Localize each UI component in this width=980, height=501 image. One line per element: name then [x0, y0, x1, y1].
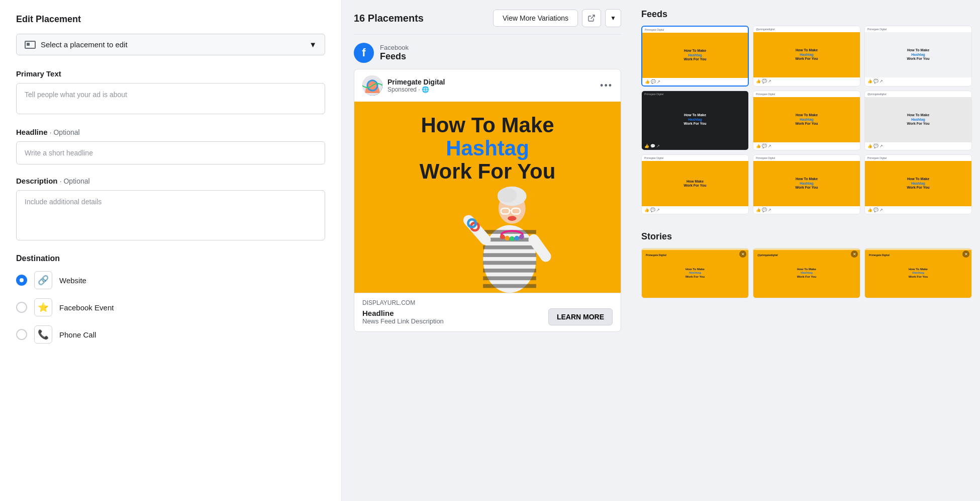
thumb-action-icon-5: 👍 💬 ↗ — [756, 144, 771, 148]
headline-optional: · Optional — [50, 128, 80, 136]
ad-card-footer: DISPLAYURL.COM Headline News Feed Link D… — [354, 293, 621, 331]
feed-thumb-6[interactable]: @primgatedigital How To MakeHashtagWork … — [864, 91, 972, 150]
story-progress-bar-2 — [753, 248, 860, 250]
platform-header: f Facebook Feeds — [354, 43, 621, 63]
story-close-icon-3[interactable]: ✕ — [962, 251, 969, 258]
svg-point-26 — [515, 236, 520, 241]
thumb-image-8: How To MakeHashtagWork For You — [753, 161, 860, 206]
left-panel: Edit Placement Select a placement to edi… — [0, 0, 342, 501]
headline-input[interactable] — [16, 141, 325, 164]
svg-rect-6 — [483, 245, 536, 249]
footer-row: Headline News Feed Link Description LEAR… — [362, 308, 613, 325]
view-more-button[interactable]: View More Variations — [493, 10, 578, 27]
svg-rect-10 — [483, 276, 536, 280]
profile-sub: Sponsored · 🌐 — [387, 86, 445, 93]
placement-icon — [25, 41, 36, 49]
feed-thumb-5[interactable]: Primegate Digital How To MakeHashtagWork… — [753, 91, 860, 150]
stories-section-title: Stories — [641, 222, 972, 248]
story-close-icon-2[interactable]: ✕ — [851, 251, 858, 258]
svg-rect-11 — [483, 284, 536, 288]
thumb-text-6: How To MakeHashtagWork For You — [905, 111, 931, 128]
feed-thumb-4[interactable]: Primegate Digital How To MakeHashtagWork… — [641, 91, 749, 150]
placement-select-text: Select a placement to edit — [41, 40, 128, 49]
website-icon: 🔗 — [34, 271, 52, 289]
footer-desc: News Feed Link Description — [362, 317, 444, 325]
export-button[interactable] — [582, 9, 601, 27]
thumb-text-9: How To MakeHashtagWork For You — [905, 175, 931, 192]
ad-figure — [454, 172, 565, 293]
primary-text-input[interactable] — [16, 83, 325, 114]
story-close-icon[interactable]: ✕ — [739, 251, 746, 258]
svg-point-24 — [505, 236, 510, 241]
facebook-event-icon: ⭐ — [34, 298, 52, 316]
platform-section: Feeds — [380, 51, 409, 62]
thumb-brand-8: Primegate Digital — [756, 156, 775, 159]
ad-card: Primegate Digital Sponsored · 🌐 ••• How … — [354, 69, 621, 332]
phone-call-radio[interactable] — [16, 329, 27, 340]
destination-phone-call[interactable]: 📞 Phone Call — [16, 325, 325, 344]
feed-thumb-9[interactable]: Primegate Digital How To MakeHashtagWork… — [864, 154, 972, 214]
thumb-brand-5: Primegate Digital — [756, 93, 775, 96]
description-label: Description · Optional — [16, 177, 325, 185]
thumb-action-icon-6: 👍 💬 ↗ — [867, 144, 883, 148]
feed-thumb-3[interactable]: Primegate Digital How To MakeHashtagWork… — [864, 26, 972, 87]
story-text-3: How To MakeHashtagWork For You — [907, 266, 930, 281]
avatar — [362, 75, 382, 96]
more-options-icon[interactable]: ••• — [600, 80, 613, 91]
phone-call-icon: 📞 — [34, 325, 52, 344]
feed-thumb-2[interactable]: @primgatedigital How To MakeHashtagWork … — [753, 26, 860, 87]
thumb-action-icon-9: 👍 💬 ↗ — [867, 208, 883, 212]
thumb-image-4: How To MakeHashtagWork For You — [642, 97, 748, 142]
thumb-brand-3: Primegate Digital — [867, 28, 887, 31]
story-thumb-2[interactable]: ✕ @primgatedigital How To MakeHashtagWor… — [753, 248, 860, 298]
placement-select[interactable]: Select a placement to edit ▼ — [16, 34, 325, 55]
story-thumb-3[interactable]: ✕ Primegate Digital How To MakeHashtagWo… — [864, 248, 972, 298]
feed-thumb-1[interactable]: Primegate Digital How To MakeHashtagWork… — [641, 26, 749, 87]
svg-point-27 — [519, 234, 524, 239]
footer-left: Headline News Feed Link Description — [362, 309, 444, 325]
thumb-action-icon-7: 👍 💬 ↗ — [644, 208, 660, 212]
dropdown-button[interactable]: ▼ — [605, 9, 621, 27]
story-text-2: How To MakeHashtagWork For You — [795, 266, 819, 281]
stories-section: Stories ✕ Primegate Digital How To MakeH… — [641, 222, 972, 298]
destination-label: Destination — [16, 254, 325, 263]
facebook-event-label: Facebook Event — [59, 303, 114, 312]
placements-count: 16 Placements — [354, 13, 424, 24]
description-optional: · Optional — [60, 177, 90, 185]
ad-headline: How To Make Hashtag Work For You — [420, 114, 556, 184]
learn-more-button[interactable]: LEARN MORE — [548, 308, 613, 325]
story-thumb-1[interactable]: ✕ Primegate Digital How To MakeHashtagWo… — [641, 248, 749, 298]
thumb-action-icon-2: 👍 💬 ↗ — [756, 79, 771, 84]
thumb-image-5: How To MakeHashtagWork For You — [753, 97, 860, 142]
svg-rect-9 — [483, 269, 536, 273]
thumb-text-7: How MakeWork For You — [681, 178, 708, 190]
platform-name: Facebook — [380, 44, 409, 51]
story-brand-1: Primegate Digital — [645, 253, 667, 258]
edit-placement-title: Edit Placement — [16, 14, 325, 25]
thumbnails-panel: Feeds Primegate Digital How To MakeHasht… — [633, 0, 980, 501]
thumb-action-icon-4: 👍 💬 ↗ — [644, 144, 660, 148]
svg-point-25 — [510, 236, 515, 241]
svg-rect-8 — [483, 261, 536, 265]
thumb-text-2: How To MakeHashtagWork For You — [793, 46, 820, 63]
thumb-image-7: How MakeWork For You — [642, 161, 748, 206]
destination-website[interactable]: 🔗 Website — [16, 271, 325, 289]
website-radio[interactable] — [16, 275, 27, 286]
chevron-down-icon: ▼ — [309, 40, 317, 49]
website-label: Website — [59, 276, 86, 285]
thumb-brand-2: @primgatedigital — [756, 28, 775, 31]
description-input[interactable] — [16, 190, 325, 240]
facebook-event-radio[interactable] — [16, 302, 27, 313]
thumb-brand-9: Primegate Digital — [867, 156, 887, 159]
phone-call-label: Phone Call — [59, 330, 96, 339]
thumb-brand-7: Primegate Digital — [644, 156, 663, 159]
feed-thumb-7[interactable]: Primegate Digital How MakeWork For You 👍… — [641, 154, 749, 214]
thumb-image-6: How To MakeHashtagWork For You — [865, 97, 971, 142]
preview-header: 16 Placements View More Variations ▼ — [354, 0, 621, 35]
destination-facebook-event[interactable]: ⭐ Facebook Event — [16, 298, 325, 316]
feed-thumb-8[interactable]: Primegate Digital How To MakeHashtagWork… — [753, 154, 860, 214]
stories-thumb-grid: ✕ Primegate Digital How To MakeHashtagWo… — [641, 248, 972, 298]
thumb-text-4: How To MakeHashtagWork For You — [681, 111, 708, 128]
thumb-image-3: How To MakeHashtagWork For You — [865, 32, 971, 77]
ad-main-image: How To Make Hashtag Work For You — [354, 102, 621, 293]
